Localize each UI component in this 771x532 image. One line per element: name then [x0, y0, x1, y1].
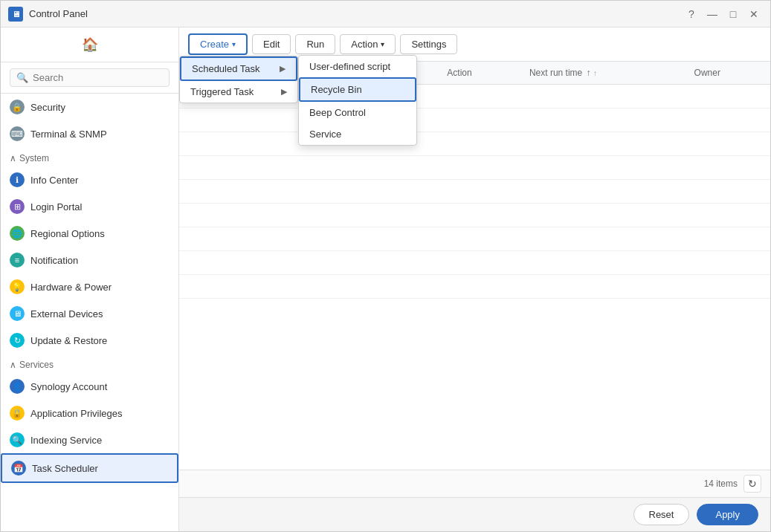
- maximize-button[interactable]: □: [724, 5, 742, 23]
- service-item[interactable]: Service: [299, 123, 416, 145]
- bottombar: Reset Apply: [179, 497, 770, 531]
- app-priv-icon: 🔒: [10, 406, 25, 421]
- submenu-item-label: Recycle Bin: [311, 84, 362, 95]
- help-button[interactable]: ?: [683, 5, 700, 23]
- table-area: Task Status Schedule Action Next run tim…: [179, 62, 770, 470]
- sidebar-item-label: Login Portal: [30, 201, 82, 213]
- synology-icon: 👤: [10, 379, 25, 394]
- dropdown-item-label: Triggered Task: [190, 86, 254, 97]
- sidebar-item-label: External Devices: [30, 308, 103, 319]
- external-icon: 🖥: [10, 306, 25, 321]
- sidebar-item-label: Regional Options: [30, 228, 105, 239]
- reset-button[interactable]: Reset: [633, 504, 690, 525]
- create-caret: ▾: [232, 40, 236, 48]
- sidebar-item[interactable]: 🔒 Security: [1, 94, 178, 120]
- sidebar-item-label: Info Center: [30, 175, 78, 186]
- submenu-item-label: User-defined script: [309, 61, 390, 72]
- dropdown-item-label: Scheduled Task: [192, 63, 260, 74]
- refresh-icon: ↻: [748, 478, 757, 490]
- items-count: 14 items: [704, 479, 738, 489]
- login-icon: ⊞: [10, 199, 25, 214]
- app-icon: 🖥: [8, 7, 23, 22]
- sidebar-item-login-portal[interactable]: ⊞ Login Portal: [1, 193, 178, 220]
- edit-button[interactable]: Edit: [252, 34, 291, 54]
- sidebar-item-label: Notification: [30, 255, 78, 266]
- apply-button[interactable]: Apply: [697, 504, 758, 525]
- recycle-bin-item[interactable]: Recycle Bin: [299, 77, 416, 102]
- regional-icon: 🌐: [10, 226, 25, 241]
- search-wrap: 🔍: [10, 68, 170, 87]
- create-button[interactable]: Create ▾: [188, 33, 248, 55]
- sidebar-item-label: Task Scheduler: [32, 463, 98, 474]
- minimize-button[interactable]: —: [703, 5, 721, 23]
- sidebar-item-hardware[interactable]: 💡 Hardware & Power: [1, 273, 178, 300]
- main-layout: 🏠 🔍 🔒 Security ⌨ Terminal & SNMP ∧ Sy: [1, 27, 770, 531]
- sidebar-item-label: Synology Account: [30, 381, 107, 392]
- table-row: [179, 227, 770, 251]
- table-row: [179, 108, 770, 132]
- section-label: System: [19, 153, 49, 163]
- scheduled-task-item[interactable]: Scheduled Task ▶ User-defined script Rec…: [180, 56, 297, 81]
- settings-button[interactable]: Settings: [400, 34, 457, 54]
- table-row: [179, 251, 770, 275]
- sidebar-search-area: 🔍: [1, 62, 178, 94]
- indexing-icon: 🔍: [10, 432, 25, 447]
- sidebar-item-info-center[interactable]: ℹ Info Center: [1, 166, 178, 193]
- col-action: Action: [438, 62, 520, 85]
- content-area: Create ▾ Edit Run Action ▾ Settings: [179, 27, 770, 531]
- col-owner: Owner: [685, 62, 770, 85]
- beep-control-item[interactable]: Beep Control: [299, 102, 416, 123]
- table-row: [179, 132, 770, 156]
- terminal-icon: ⌨: [10, 126, 25, 141]
- section-system: ∧ System: [1, 147, 178, 166]
- sidebar-item-label: Indexing Service: [30, 435, 102, 446]
- create-label: Create: [200, 39, 229, 50]
- sidebar-item-external[interactable]: 🖥 External Devices: [1, 300, 178, 327]
- table-row: [179, 180, 770, 204]
- window-title: Control Panel: [29, 8, 88, 19]
- search-icon: 🔍: [16, 72, 28, 83]
- refresh-button[interactable]: ↻: [743, 475, 761, 493]
- create-dropdown: Scheduled Task ▶ User-defined script Rec…: [179, 56, 298, 103]
- titlebar: 🖥 Control Panel ? — □ ✕: [1, 1, 770, 27]
- close-button[interactable]: ✕: [745, 5, 763, 23]
- sidebar-item-task-scheduler[interactable]: 📅 Task Scheduler: [1, 453, 178, 483]
- run-button[interactable]: Run: [295, 34, 335, 54]
- sidebar-item-notification[interactable]: ≡ Notification: [1, 247, 178, 273]
- toolbar: Create ▾ Edit Run Action ▾ Settings: [179, 27, 770, 62]
- sidebar-item-label: Security: [30, 102, 65, 113]
- section-services: ∧ Services: [1, 354, 178, 373]
- table-body: [179, 85, 770, 299]
- info-icon: ℹ: [10, 172, 25, 187]
- main-window: 🖥 Control Panel ? — □ ✕ 🏠 🔍: [0, 0, 771, 532]
- task-scheduler-icon: 📅: [11, 461, 26, 476]
- sort-arrow: ↑: [587, 68, 591, 78]
- sidebar-item-synology[interactable]: 👤 Synology Account: [1, 373, 178, 400]
- user-defined-script-item[interactable]: User-defined script: [299, 56, 416, 77]
- submenu-arrow: ▶: [281, 87, 287, 97]
- action-button[interactable]: Action ▾: [340, 34, 396, 54]
- section-label: Services: [19, 360, 54, 370]
- titlebar-left: 🖥 Control Panel: [8, 7, 88, 22]
- run-label: Run: [306, 39, 324, 50]
- sidebar-home-area: 🏠: [1, 27, 178, 62]
- action-label: Action: [351, 39, 378, 50]
- sidebar-item-indexing[interactable]: 🔍 Indexing Service: [1, 426, 178, 453]
- security-icon: 🔒: [10, 100, 25, 114]
- statusbar: 14 items ↻: [179, 470, 770, 497]
- search-input[interactable]: [33, 72, 163, 83]
- triggered-task-item[interactable]: Triggered Task ▶: [180, 81, 297, 103]
- sidebar-item[interactable]: ⌨ Terminal & SNMP: [1, 120, 178, 147]
- section-arrow: ∧: [10, 360, 16, 370]
- sidebar-item-regional[interactable]: 🌐 Regional Options: [1, 220, 178, 247]
- col-next-run-time[interactable]: Next run time ↑: [520, 62, 685, 85]
- table-row: [179, 156, 770, 180]
- sidebar-item-label: Update & Restore: [30, 335, 107, 346]
- sidebar-item-app-privileges[interactable]: 🔒 Application Privileges: [1, 400, 178, 426]
- home-icon[interactable]: 🏠: [79, 33, 101, 56]
- settings-label: Settings: [411, 39, 446, 50]
- sidebar-item-label: Terminal & SNMP: [30, 129, 107, 140]
- sidebar-item-update[interactable]: ↻ Update & Restore: [1, 327, 178, 354]
- notification-icon: ≡: [10, 253, 25, 267]
- hardware-icon: 💡: [10, 279, 25, 294]
